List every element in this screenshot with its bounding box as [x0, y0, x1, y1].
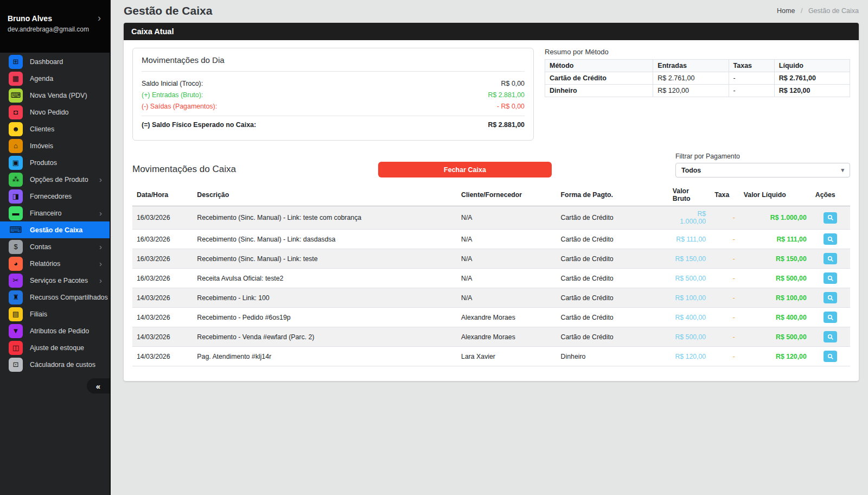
day-summary-value: R$ 2.881,00 [488, 91, 525, 99]
sidebar-item-recursos-compartilhados[interactable]: ♜Recursos Compartilhados [0, 289, 110, 306]
sidebar-item-novo-pedido[interactable]: ◘Novo Pedido [0, 104, 110, 120]
sidebar-item-caculadora-de-custos[interactable]: ⊡Cáculadora de custos [0, 356, 110, 373]
sidebar: Bruno Alves dev.andrebraga@gmail.com › ⊞… [0, 0, 111, 495]
view-movement-button[interactable] [824, 292, 837, 303]
magnifier-icon [827, 275, 834, 282]
movement-row: 16/03/2026Recebimento (Sinc. Manual) - L… [132, 249, 850, 269]
sidebar-item-relatorios[interactable]: ◕Relatórios› [0, 255, 110, 272]
view-movement-button[interactable] [824, 351, 837, 362]
view-movement-button[interactable] [824, 233, 837, 245]
view-movement-button[interactable] [824, 253, 837, 264]
view-movement-button[interactable] [824, 212, 837, 224]
sidebar-item-fornecedores[interactable]: ◨Fornecedores [0, 188, 110, 205]
movement-gross-cell: R$ 120,00 [668, 347, 710, 366]
movement-fee-cell: - [710, 308, 739, 327]
movement-date-cell: 14/03/2026 [132, 347, 193, 366]
payment-filter-label: Filtrar por Pagamento [675, 153, 850, 160]
method-summary-column-header: Entradas [653, 60, 729, 72]
users-icon: ☻ [9, 122, 23, 136]
movement-row: 16/03/2026Recebimento (Sinc. Manual) - L… [132, 206, 850, 230]
view-movement-button[interactable] [824, 331, 837, 342]
sidebar-item-label: Produtos [30, 159, 57, 167]
movements-column-header: Ações [811, 184, 850, 206]
sidebar-item-label: Imóveis [30, 142, 53, 150]
movement-row: 14/03/2026Recebimento - Link: 100N/ACart… [132, 288, 850, 308]
cash-register-icon: ⌨ [9, 223, 23, 237]
sidebar-item-opcoes-de-produto[interactable]: ⁂Opções de Produto› [0, 171, 110, 188]
movement-actions-cell [811, 327, 850, 347]
movement-client-cell: N/A [457, 249, 557, 269]
user-profile[interactable]: Bruno Alves dev.andrebraga@gmail.com › [0, 0, 110, 53]
movement-gross-cell: R$ 500,00 [668, 327, 710, 347]
sidebar-item-nova-venda-pdv[interactable]: ⌨Nova Venda (PDV) [0, 87, 110, 104]
calculator-icon: ⊡ [9, 358, 23, 372]
sidebar-item-label: Serviços e Pacotes [30, 277, 88, 284]
sidebar-item-label: Filiais [30, 310, 47, 318]
chevron-right-icon: › [99, 242, 102, 251]
scissors-icon: ✂ [9, 274, 23, 288]
movement-actions-cell [811, 308, 850, 327]
sidebar-item-agenda[interactable]: ▦Agenda [0, 70, 110, 87]
sidebar-item-produtos[interactable]: ▣Produtos [0, 154, 110, 171]
movement-client-cell: Lara Xavier [457, 347, 557, 366]
sidebar-collapse-button[interactable]: « [87, 378, 110, 394]
movement-description-cell: Receita Avulsa Oficial: teste2 [193, 269, 457, 288]
day-summary-row: (-) Saídas (Pagamentos):- R$ 0,00 [142, 103, 525, 110]
movement-row: 16/03/2026Receita Avulsa Oficial: teste2… [132, 269, 850, 288]
method-taxas-cell: - [729, 72, 774, 85]
movement-actions-cell [811, 347, 850, 366]
magnifier-icon [827, 353, 834, 360]
movement-payment-cell: Cartão de Crédito [557, 230, 668, 249]
day-summary-box: Movimentações do Dia Saldo Inicial (Troc… [132, 48, 534, 141]
sidebar-item-filiais[interactable]: ▤Filiais [0, 306, 110, 322]
movement-client-cell: N/A [457, 206, 557, 230]
method-summary-table: MétodoEntradasTaxasLíquido Cartão de Cré… [545, 59, 850, 97]
movement-client-cell: Alexandre Moraes [457, 308, 557, 327]
movement-payment-cell: Cartão de Crédito [557, 206, 668, 230]
collapse-icon: « [96, 382, 100, 391]
sidebar-item-dashboard[interactable]: ⊞Dashboard [0, 53, 110, 70]
sidebar-item-contas[interactable]: $Contas› [0, 238, 110, 255]
movement-gross-cell: R$ 150,00 [668, 249, 710, 269]
sidebar-item-label: Cáculadora de custos [30, 361, 95, 369]
movement-payment-cell: Dinheiro [557, 347, 668, 366]
fechar-caixa-button[interactable]: Fechar Caixa [378, 162, 552, 177]
user-email: dev.andrebraga@gmail.com [8, 26, 102, 33]
movement-date-cell: 14/03/2026 [132, 288, 193, 308]
day-summary-label: Saldo Inicial (Troco): [142, 80, 203, 87]
sidebar-item-atributos-de-pedido[interactable]: ▼Atributos de Pedido [0, 322, 110, 339]
movement-fee-cell: - [710, 269, 739, 288]
sidebar-item-clientes[interactable]: ☻Clientes [0, 120, 110, 137]
sidebar-item-financeiro[interactable]: ▬Financeiro› [0, 205, 110, 221]
movement-description-cell: Pag. Atendimento #klj14r [193, 347, 457, 366]
method-taxas-cell: - [729, 85, 774, 97]
sidebar-item-ajuste-de-estoque[interactable]: ◫Ajuste de estoque [0, 339, 110, 356]
sidebar-item-imoveis[interactable]: ⌂Imóveis [0, 137, 110, 154]
chair-icon: ♜ [9, 290, 23, 304]
sidebar-item-label: Agenda [30, 75, 53, 82]
sidebar-item-servicos-e-pacotes[interactable]: ✂Serviços e Pacotes› [0, 272, 110, 289]
movement-description-cell: Recebimento - Venda #ewfard (Parc. 2) [193, 327, 457, 347]
movements-header-row: Data/HoraDescriçãoCliente/FornecedorForm… [132, 184, 850, 206]
method-liquido-cell: R$ 2.761,00 [774, 72, 850, 85]
movement-date-cell: 16/03/2026 [132, 269, 193, 288]
method-summary-column-header: Líquido [774, 60, 850, 72]
magnifier-icon [827, 295, 834, 301]
breadcrumb-home-link[interactable]: Home [777, 7, 795, 15]
movement-client-cell: N/A [457, 230, 557, 249]
view-movement-button[interactable] [824, 272, 837, 284]
payment-filter-select[interactable]: Todos ▾ [675, 163, 850, 177]
day-summary-title: Movimentações do Dia [142, 55, 525, 72]
view-movement-button[interactable] [824, 312, 837, 323]
day-summary-label: (-) Saídas (Pagamentos): [142, 103, 217, 110]
day-summary-total-label: (=) Saldo Físico Esperado no Caixa: [142, 121, 256, 129]
movement-payment-cell: Cartão de Crédito [557, 269, 668, 288]
movements-column-header: Data/Hora [132, 184, 193, 206]
sidebar-item-label: Clientes [30, 125, 54, 133]
movement-date-cell: 14/03/2026 [132, 308, 193, 327]
sidebar-item-gestao-de-caixa[interactable]: ⌨Gestão de Caixa [0, 221, 110, 238]
method-summary-body: Cartão de CréditoR$ 2.761,00-R$ 2.761,00… [545, 72, 850, 97]
method-summary-column-header: Taxas [729, 60, 774, 72]
movement-date-cell: 16/03/2026 [132, 249, 193, 269]
day-summary-total-value: R$ 2.881,00 [488, 121, 525, 129]
